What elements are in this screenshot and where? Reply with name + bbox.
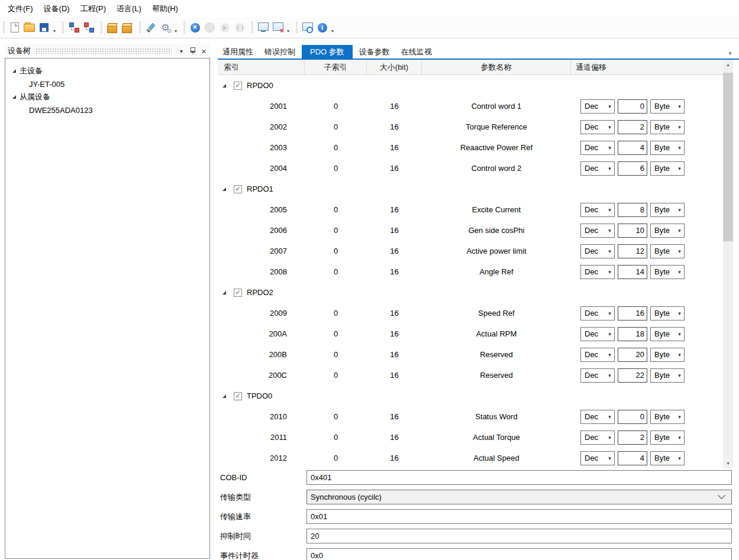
unit-select[interactable]: Byte — [650, 265, 685, 279]
pdo-row[interactable]: 2002016Torque ReferenceDecByte — [218, 116, 723, 137]
inhibit-time-input[interactable] — [306, 529, 732, 543]
pdo-row[interactable]: 2001016Control word 1DecByte — [218, 96, 723, 116]
download-icon[interactable] — [256, 21, 270, 34]
pdo-row[interactable]: 2004016Control word 2DecByte — [218, 158, 723, 179]
offset-input[interactable] — [618, 203, 647, 217]
format-select[interactable]: Dec — [580, 203, 615, 217]
tab-item[interactable]: PDO 参数 — [302, 45, 353, 59]
open-file-icon[interactable] — [22, 21, 36, 34]
new-file-icon[interactable] — [8, 21, 21, 34]
group-expander-icon[interactable] — [222, 187, 226, 191]
format-select[interactable]: Dec — [580, 141, 615, 155]
format-select[interactable]: Dec — [580, 306, 615, 321]
format-select[interactable]: Dec — [580, 430, 615, 445]
tab-item[interactable]: 错误控制 — [260, 45, 300, 59]
tree-node[interactable]: 主设备 — [5, 64, 209, 77]
format-select[interactable]: Dec — [580, 327, 615, 341]
pdo-row[interactable]: 2008016Angle RefDecByte — [218, 261, 723, 282]
offset-input[interactable] — [618, 348, 647, 362]
tree-leaf[interactable]: DWE255ADA0123 — [5, 103, 209, 116]
edit-icon[interactable] — [144, 21, 157, 34]
toolbar-overflow-icon[interactable] — [173, 22, 179, 34]
pdo-row[interactable]: 2007016Active power limitDecByte — [218, 241, 723, 261]
menu-item[interactable]: 帮助(H) — [147, 1, 183, 17]
pdo-group-row[interactable]: RPDO2 — [218, 282, 723, 303]
settings-gear-icon[interactable] — [159, 21, 172, 34]
tree-leaf[interactable]: JY-ET-005 — [5, 77, 209, 90]
offset-input[interactable] — [618, 451, 647, 465]
unit-select[interactable]: Byte — [650, 306, 685, 321]
monitor-error-icon[interactable] — [271, 21, 285, 34]
group-expander-icon[interactable] — [222, 84, 226, 88]
offset-input[interactable] — [618, 265, 647, 279]
menu-item[interactable]: 文件(F) — [2, 1, 38, 17]
pdo-row[interactable]: 200A016Actual RPMDecByte — [218, 323, 723, 344]
pdo-row[interactable]: 200C016ReservedDecByte — [218, 365, 723, 386]
unit-select[interactable]: Byte — [650, 141, 685, 155]
format-select[interactable]: Dec — [580, 99, 615, 114]
unit-select[interactable]: Byte — [650, 368, 685, 383]
offset-input[interactable] — [618, 161, 647, 176]
tab-item[interactable]: 设备参数 — [354, 45, 395, 59]
pdo-row[interactable]: 2005016Excite CurrentDecByte — [218, 199, 723, 220]
info-icon[interactable] — [315, 21, 329, 34]
offset-input[interactable] — [618, 306, 647, 321]
format-select[interactable]: Dec — [580, 410, 615, 424]
group-checkbox[interactable] — [234, 82, 242, 90]
menu-item[interactable]: 语言(L) — [111, 1, 147, 17]
format-select[interactable]: Dec — [580, 265, 615, 279]
tree-node[interactable]: 从属设备 — [5, 90, 209, 103]
import-package-icon[interactable] — [105, 21, 119, 34]
online-monitor-icon[interactable] — [301, 21, 314, 34]
panel-pin-icon[interactable] — [188, 46, 198, 56]
unit-select[interactable]: Byte — [650, 161, 685, 176]
pdo-row[interactable]: 2009016Speed RefDecByte — [218, 303, 723, 323]
offset-input[interactable] — [618, 120, 647, 134]
unit-select[interactable]: Byte — [650, 451, 685, 465]
save-icon[interactable] — [37, 21, 51, 34]
pdo-row[interactable]: 2006016Gen side cosPhiDecByte — [218, 220, 723, 241]
vertical-scrollbar[interactable] — [723, 60, 733, 468]
pdo-row[interactable]: 200B016ReservedDecByte — [218, 344, 723, 365]
panel-close-icon[interactable] — [199, 46, 209, 56]
format-select[interactable]: Dec — [580, 348, 615, 362]
toolbar-overflow-icon[interactable] — [285, 22, 291, 34]
tab-item[interactable]: 在线监视 — [396, 45, 437, 59]
group-checkbox[interactable] — [234, 392, 242, 400]
pdo-row[interactable]: 2010016Status WordDecByte — [218, 406, 723, 427]
offset-input[interactable] — [618, 224, 647, 238]
export-package-icon[interactable] — [120, 21, 134, 34]
menu-item[interactable]: 设备(D) — [38, 1, 75, 17]
offset-input[interactable] — [618, 244, 647, 258]
unit-select[interactable]: Byte — [650, 120, 685, 134]
unit-select[interactable]: Byte — [650, 348, 685, 362]
toolbar-overflow-icon[interactable] — [330, 22, 335, 34]
group-expander-icon[interactable] — [222, 291, 226, 294]
pdo-row[interactable]: 2011016Actual TorqueDecByte — [218, 427, 723, 448]
tree-expander-icon[interactable] — [12, 95, 16, 99]
transmission-type-select[interactable]: Synchronous (cycilc) — [306, 490, 732, 504]
add-node-icon[interactable] — [67, 21, 80, 34]
format-select[interactable]: Dec — [580, 244, 615, 258]
unit-select[interactable]: Byte — [650, 224, 685, 238]
group-expander-icon[interactable] — [222, 394, 226, 398]
format-select[interactable]: Dec — [580, 368, 615, 383]
pdo-row[interactable]: 2003016Reaactive Power RefDecByte — [218, 137, 723, 158]
scroll-down-icon[interactable] — [723, 458, 733, 468]
format-select[interactable]: Dec — [580, 120, 615, 134]
pdo-group-row[interactable]: RPDO1 — [218, 179, 723, 199]
offset-input[interactable] — [618, 99, 647, 114]
group-checkbox[interactable] — [234, 289, 242, 297]
group-checkbox[interactable] — [234, 185, 242, 193]
menu-item[interactable]: 工程(P) — [75, 1, 111, 17]
scrollbar-thumb[interactable] — [723, 73, 733, 241]
transmission-rate-input[interactable] — [306, 509, 732, 524]
tree-expander-icon[interactable] — [12, 69, 16, 73]
offset-input[interactable] — [618, 410, 647, 424]
pdo-group-row[interactable]: RPDO0 — [218, 75, 723, 96]
disconnect-icon[interactable] — [188, 21, 202, 34]
format-select[interactable]: Dec — [580, 224, 615, 238]
unit-select[interactable]: Byte — [650, 99, 685, 114]
unit-select[interactable]: Byte — [650, 203, 685, 217]
remove-node-icon[interactable] — [82, 21, 95, 34]
